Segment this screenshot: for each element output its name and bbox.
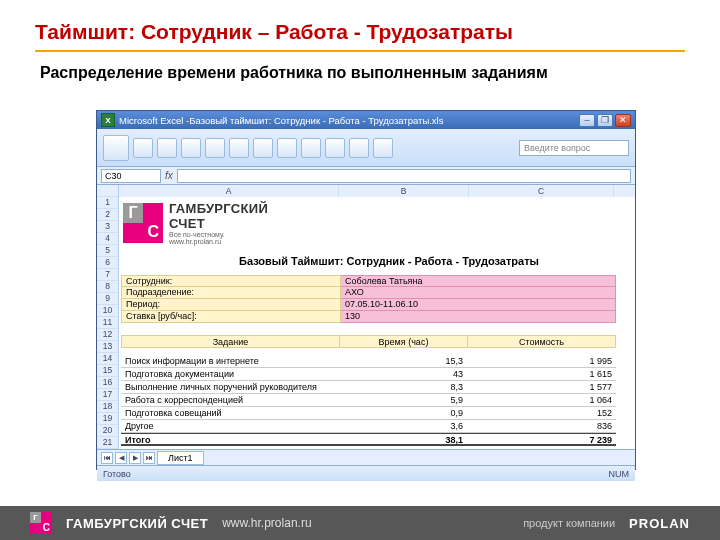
- fx-icon[interactable]: fx: [165, 170, 173, 181]
- cell-cost: 1 615: [467, 368, 616, 380]
- cell-cost: 1 577: [467, 381, 616, 393]
- total-cost: 7 239: [467, 434, 616, 444]
- slide-footer: Г С ГАМБУРГСКИЙ СЧЕТ www.hr.prolan.ru пр…: [0, 506, 720, 540]
- tab-nav-prev[interactable]: ◀: [115, 452, 127, 464]
- row-header[interactable]: 15: [97, 365, 118, 377]
- cell-hours: 0,9: [339, 407, 467, 419]
- report-title: Базовый Таймшит: Сотрудник - Работа - Тр…: [239, 255, 539, 267]
- formula-input[interactable]: [177, 169, 631, 183]
- copy-button[interactable]: [253, 138, 273, 158]
- table-row[interactable]: Другое3,6836: [121, 420, 616, 433]
- name-box[interactable]: C30: [101, 169, 161, 183]
- table-row[interactable]: Поиск информации в интернете15,31 995: [121, 355, 616, 368]
- meta-value: АХО: [341, 287, 616, 299]
- task-table-body: Поиск информации в интернете15,31 995Под…: [121, 355, 616, 446]
- footer-logo-c-icon: С: [43, 522, 50, 533]
- row-header[interactable]: 2: [97, 209, 118, 221]
- tab-nav-last[interactable]: ⏭: [143, 452, 155, 464]
- cell-cost: 152: [467, 407, 616, 419]
- excel-app-icon: X: [101, 113, 115, 127]
- paste-button[interactable]: [277, 138, 297, 158]
- meta-label: Подразделение:: [121, 287, 341, 299]
- brand-logo: Г С ГАМБУРГСКИЙ СЧЕТ Все по-честному. ww…: [123, 201, 268, 245]
- row-header[interactable]: 10: [97, 305, 118, 317]
- chart-button[interactable]: [349, 138, 369, 158]
- cells-area[interactable]: Г С ГАМБУРГСКИЙ СЧЕТ Все по-честному. ww…: [119, 197, 635, 449]
- cut-button[interactable]: [229, 138, 249, 158]
- filter-button[interactable]: [325, 138, 345, 158]
- footer-brand-name: ГАМБУРГСКИЙ СЧЕТ: [66, 516, 208, 531]
- sheet-tab[interactable]: Лист1: [157, 451, 204, 465]
- office-button[interactable]: [103, 135, 129, 161]
- column-headers[interactable]: A B C: [119, 185, 635, 197]
- row-header[interactable]: 9: [97, 293, 118, 305]
- row-header[interactable]: 4: [97, 233, 118, 245]
- row-header[interactable]: 20: [97, 425, 118, 437]
- row-header[interactable]: 5: [97, 245, 118, 257]
- th-task: Задание: [122, 336, 340, 347]
- table-row[interactable]: Подготовка совещаний0,9152: [121, 407, 616, 420]
- help-search-input[interactable]: Введите вопрос: [519, 140, 629, 156]
- save-button[interactable]: [133, 138, 153, 158]
- meta-value: 07.05.10-11.06.10: [341, 299, 616, 311]
- total-task: Итого: [121, 434, 339, 444]
- meta-value: 130: [341, 311, 616, 323]
- row-header[interactable]: 7: [97, 269, 118, 281]
- row-header[interactable]: 16: [97, 377, 118, 389]
- window-title-filename: Базовый таймшит: Сотрудник - Работа - Тр…: [189, 115, 443, 126]
- row-header[interactable]: 11: [97, 317, 118, 329]
- undo-button[interactable]: [181, 138, 201, 158]
- zoom-button[interactable]: [373, 138, 393, 158]
- th-cost: Стоимость: [468, 336, 615, 347]
- window-titlebar[interactable]: X Microsoft Excel - Базовый таймшит: Сот…: [97, 111, 635, 129]
- col-header-a[interactable]: A: [119, 185, 339, 197]
- row-headers[interactable]: 12345678910111213141516171819202122: [97, 185, 119, 449]
- col-header-b[interactable]: B: [339, 185, 469, 197]
- row-header[interactable]: 21: [97, 437, 118, 449]
- footer-company-brand: PROLAN: [629, 516, 690, 531]
- cell-hours: 5,9: [339, 394, 467, 406]
- meta-value: Соболева Татьяна: [341, 275, 616, 287]
- redo-button[interactable]: [205, 138, 225, 158]
- cell-cost: 836: [467, 420, 616, 432]
- tab-nav-next[interactable]: ▶: [129, 452, 141, 464]
- table-row[interactable]: Подготовка документации431 615: [121, 368, 616, 381]
- total-hours: 38,1: [339, 434, 467, 444]
- cell-hours: 3,6: [339, 420, 467, 432]
- cell-hours: 43: [339, 368, 467, 380]
- minimize-button[interactable]: –: [579, 114, 595, 127]
- col-header-c[interactable]: C: [469, 185, 614, 197]
- sort-button[interactable]: [301, 138, 321, 158]
- table-row[interactable]: Выполнение личных поручений руководителя…: [121, 381, 616, 394]
- cell-hours: 15,3: [339, 355, 467, 367]
- worksheet[interactable]: A B C 1234567891011121314151617181920212…: [97, 185, 635, 449]
- row-header[interactable]: 12: [97, 329, 118, 341]
- footer-product-label: продукт компании: [523, 517, 615, 529]
- cell-cost: 1 995: [467, 355, 616, 367]
- task-table-header: Задание Время (час) Стоимость: [121, 335, 616, 348]
- row-header[interactable]: 8: [97, 281, 118, 293]
- row-header[interactable]: 14: [97, 353, 118, 365]
- report-meta: Сотрудник:Соболева ТатьянаПодразделение:…: [121, 275, 616, 323]
- maximize-button[interactable]: ❐: [597, 114, 613, 127]
- title-rule: [35, 50, 685, 52]
- cell-task: Другое: [121, 420, 339, 432]
- tab-nav-first[interactable]: ⏮: [101, 452, 113, 464]
- logo-tagline-1: Все по-честному.: [169, 231, 268, 238]
- row-header[interactable]: 19: [97, 413, 118, 425]
- logo-name-2: СЧЕТ: [169, 216, 205, 231]
- table-row[interactable]: Работа с корреспонденцией5,91 064: [121, 394, 616, 407]
- close-button[interactable]: ✕: [615, 114, 631, 127]
- sheet-tab-strip: ⏮ ◀ ▶ ⏭ Лист1: [97, 449, 635, 465]
- print-button[interactable]: [157, 138, 177, 158]
- logo-url: www.hr.prolan.ru: [169, 238, 268, 245]
- row-header[interactable]: 3: [97, 221, 118, 233]
- meta-row: Сотрудник:Соболева Татьяна: [121, 275, 616, 287]
- logo-mark: Г С: [123, 203, 163, 243]
- row-header[interactable]: 13: [97, 341, 118, 353]
- th-hours: Время (час): [340, 336, 468, 347]
- row-header[interactable]: 18: [97, 401, 118, 413]
- row-header[interactable]: 6: [97, 257, 118, 269]
- row-header[interactable]: 17: [97, 389, 118, 401]
- row-header[interactable]: 1: [97, 197, 118, 209]
